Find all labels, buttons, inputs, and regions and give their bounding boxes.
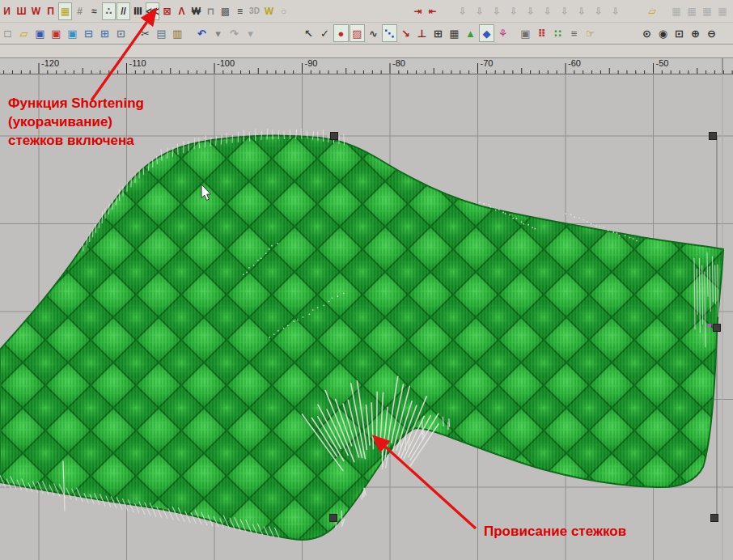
open-file-icon[interactable]: ▱ (16, 24, 32, 42)
zoom-window-icon[interactable]: ⊡ (672, 24, 687, 42)
stitch-slant-icon[interactable]: // (117, 2, 130, 20)
main-toolbar: □▱▣▣▣⊟⊞⊡✂▤▥↶▾↷▾↖✓●▨∿⋱↘⊥⊞▦▲◆⚘▣⠿∷≡☞⊙◉⊡⊕⊖ (0, 23, 733, 45)
selection-handle[interactable] (710, 133, 717, 140)
loose-stitch-dot (574, 216, 575, 218)
stitch-wm-icon[interactable]: ₩ (189, 2, 203, 20)
undo-menu-icon-glyph: ▾ (215, 28, 221, 40)
stitch-shortening-icon[interactable]: ⋘ (146, 2, 159, 20)
ruler-label: -90 (305, 58, 318, 68)
pattern-fill-icon[interactable]: ▦ (58, 2, 72, 20)
edge-fringe-stitch (221, 135, 222, 144)
manual-stitch-icon[interactable]: И (0, 2, 14, 20)
edge-fringe-stitch (284, 131, 285, 138)
edge-fringe-stitch (112, 202, 113, 210)
insert-to-list-icon[interactable]: ⇥ (411, 2, 425, 20)
edge-fringe-stitch (157, 156, 158, 163)
save-file-icon[interactable]: ▣ (32, 24, 48, 42)
redo-menu-icon[interactable]: ▾ (243, 24, 258, 42)
zoom-all-icon[interactable]: ◉ (655, 24, 671, 42)
zoom-tool-icon[interactable]: ⊙ (639, 24, 655, 42)
save-variant-blue-icon[interactable]: ▣ (65, 24, 80, 42)
thread-style-icon[interactable]: ● (333, 24, 349, 42)
bezier-points-icon[interactable]: ⋱ (382, 24, 397, 42)
palette-icon[interactable]: ∷ (550, 24, 566, 42)
wave-fill-icon[interactable]: ≈ (87, 2, 101, 20)
transfer-slot-3-icon: ▦ (700, 2, 714, 20)
loose-stitch-dot (616, 232, 618, 234)
save-variant-red-icon[interactable]: ▣ (49, 24, 64, 42)
open-design-folder-icon[interactable]: ▱ (644, 2, 660, 20)
redo-icon[interactable]: ↷ (227, 24, 242, 42)
new-file-icon[interactable]: □ (0, 24, 15, 42)
sketch-fill-icon[interactable]: W (262, 2, 276, 20)
line-fill-icon[interactable]: ≡ (233, 2, 247, 20)
zoom-in-icon[interactable]: ⊕ (688, 24, 703, 42)
stitch-select-icon-glyph: ↖ (304, 28, 313, 40)
paste-icon[interactable]: ▥ (170, 24, 185, 42)
transfer-slot-1-icon-glyph: ▦ (672, 6, 680, 17)
loose-stitch-dot (269, 337, 270, 338)
print-preview-icon[interactable]: ⊞ (97, 24, 112, 42)
view-3d-icon[interactable]: 3D (248, 2, 261, 20)
measure-icon-glyph: ↘ (401, 28, 410, 40)
column-stitch-icon[interactable]: Ш (15, 2, 28, 20)
image-tool-icon[interactable]: ▣ (518, 24, 533, 42)
export-image-icon[interactable]: ⊡ (113, 24, 129, 42)
comb-stitch-icon[interactable]: Π (44, 2, 57, 20)
loose-stitch-dot (308, 313, 310, 315)
loose-stitch-dot (512, 218, 514, 219)
measure-icon[interactable]: ↘ (398, 24, 413, 42)
color-shapes-icon[interactable]: ◆ (479, 24, 494, 42)
selection-handle[interactable] (330, 515, 337, 522)
undo-menu-icon[interactable]: ▾ (210, 24, 226, 42)
design-slot-9-icon: ⇩ (591, 2, 607, 20)
grid-fill-icon[interactable]: # (73, 2, 87, 20)
selection-handle[interactable] (711, 515, 718, 522)
transfer-slot-2-icon-glyph: ▦ (687, 6, 696, 17)
copy-icon[interactable]: ▤ (154, 24, 169, 42)
append-to-list-icon[interactable]: ⇤ (426, 2, 439, 20)
edge-fringe-stitch (194, 138, 195, 149)
ruler-label: -50 (656, 58, 669, 68)
density-icon[interactable]: ≡ (566, 24, 582, 42)
hatch-style-icon[interactable]: ▨ (350, 24, 365, 42)
loose-stitch-dot (328, 301, 330, 303)
stitch-slant-icon-glyph: // (121, 6, 126, 17)
frame-cross-icon[interactable]: ⊠ (160, 2, 174, 20)
zoom-all-icon-glyph: ◉ (659, 28, 667, 40)
zoom-out-icon[interactable]: ⊖ (704, 24, 719, 42)
save-variant-red-icon-glyph: ▣ (51, 28, 61, 40)
design-slot-2-icon-glyph: ⇩ (476, 6, 484, 17)
loose-stitch-dot (587, 221, 588, 223)
cut-icon[interactable]: ✂ (138, 24, 153, 42)
curve-draw-icon-glyph: ∿ (369, 28, 378, 40)
loose-stitch-dot (516, 218, 518, 219)
undo-icon[interactable]: ↶ (194, 24, 210, 42)
zigzag-stitch-icon[interactable]: W (29, 2, 43, 20)
lasso-icon[interactable]: ○ (277, 2, 290, 20)
zigzag-stitch-icon-glyph: W (32, 6, 40, 17)
show-grid-icon[interactable]: ⊞ (430, 24, 446, 42)
bracket-stitch-icon[interactable]: ⊓ (204, 2, 218, 20)
sagging-annotation: Провисание стежков (484, 522, 626, 541)
embroidery-design-object[interactable] (0, 136, 723, 540)
stitch-select-icon[interactable]: ↖ (301, 24, 316, 42)
stitch-points-icon[interactable]: ⠿ (534, 24, 549, 42)
hoop-frame-icon[interactable]: ▦ (447, 24, 462, 42)
pin-needle-icon[interactable]: ⊥ (414, 24, 430, 42)
selection-handle[interactable] (714, 325, 721, 332)
flower-image-icon[interactable]: ⚘ (495, 24, 511, 42)
print-icon[interactable]: ⊟ (81, 24, 96, 42)
form-edit-icon[interactable]: ☞ (583, 24, 598, 42)
background-image-icon[interactable]: ▲ (463, 24, 478, 42)
dot-fill-icon[interactable]: ∴ (102, 2, 116, 20)
texture-fill-icon[interactable]: ▩ (218, 2, 232, 20)
selection-handle[interactable] (331, 133, 338, 140)
stitch-columns-icon[interactable]: Ⅲ (131, 2, 145, 20)
validate-icon[interactable]: ✓ (317, 24, 333, 42)
horizontal-ruler[interactable]: -120-110-100-90-80-70-60-50 (0, 57, 733, 74)
applique-icon[interactable]: Λ (175, 2, 189, 20)
copy-icon-glyph: ▤ (156, 28, 166, 40)
curve-draw-icon[interactable]: ∿ (366, 24, 381, 42)
loose-stitch-dot (246, 272, 248, 274)
